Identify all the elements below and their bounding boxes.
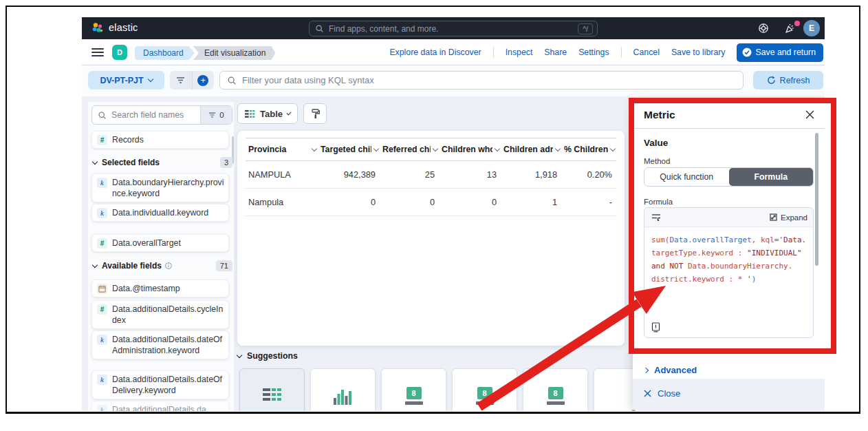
chart-type-label: Table xyxy=(260,109,283,119)
value-cell: 0 xyxy=(439,189,501,216)
space-badge[interactable]: D xyxy=(112,45,127,60)
formula-toolbar: Expand xyxy=(644,208,813,227)
formula-editor: Expand sum(Data.overallTarget, kql='Data… xyxy=(644,207,814,338)
metric-config-flyout: Metric Value Method Quick function Formu… xyxy=(633,102,825,411)
suggestion-metric[interactable]: 8 xyxy=(523,368,588,411)
field-filter-button[interactable]: 0 xyxy=(200,106,232,124)
expand-button[interactable]: Expand xyxy=(770,213,807,222)
share-link[interactable]: Share xyxy=(544,48,567,57)
sort-chevron-icon xyxy=(555,145,561,151)
add-filter-button[interactable]: + xyxy=(192,71,215,90)
number-field-icon: # xyxy=(97,304,107,315)
column-header[interactable]: Referred childr xyxy=(380,138,439,161)
field-item[interactable]: # Data.overallTarget xyxy=(91,234,229,252)
inspect-link[interactable]: Inspect xyxy=(506,48,533,57)
available-fields-header[interactable]: Available fields 71 xyxy=(93,260,232,271)
explore-data-link[interactable]: Explore data in Discover xyxy=(389,48,481,57)
suggestions-label: Suggestions xyxy=(247,351,298,361)
keyword-field-icon: k xyxy=(97,375,107,385)
province-cell[interactable]: Nampula xyxy=(246,189,318,216)
panel-scrollbar[interactable] xyxy=(631,410,636,411)
field-name: Data.additionalDetails.dateOfAdministrat… xyxy=(112,334,224,356)
close-icon[interactable] xyxy=(805,110,815,120)
formula-docs-icon[interactable] xyxy=(651,322,661,333)
flyout-title: Metric xyxy=(644,109,675,121)
notification-dot xyxy=(794,21,800,26)
global-search-input[interactable] xyxy=(329,24,578,34)
app-toolbar: D Dashboard Edit visualization Explore d… xyxy=(82,39,825,65)
keyword-field-icon: k xyxy=(97,178,107,188)
chart-type-switcher[interactable]: Table xyxy=(237,103,298,124)
field-item[interactable]: # Data.additionalDetails.cycleIndex xyxy=(91,300,229,329)
chevron-down-icon xyxy=(147,76,153,82)
chevron-down-icon xyxy=(92,159,98,165)
suggestion-bar-chart[interactable] xyxy=(310,368,376,411)
settings-link[interactable]: Settings xyxy=(578,48,609,57)
field-search-input[interactable] xyxy=(111,110,200,120)
field-item[interactable]: Data.@timestamp xyxy=(91,280,229,297)
advanced-label: Advanced xyxy=(654,365,697,375)
kql-input[interactable] xyxy=(242,75,736,85)
breadcrumb-dashboard[interactable]: Dashboard xyxy=(135,46,195,60)
quick-function-tab[interactable]: Quick function xyxy=(644,168,729,186)
global-search[interactable]: ^/ xyxy=(309,21,598,36)
refresh-button[interactable]: Refresh xyxy=(753,71,823,90)
kql-search-bar[interactable] xyxy=(219,71,744,90)
suggestion-table[interactable] xyxy=(239,368,305,411)
newsfeed-icon[interactable] xyxy=(784,23,795,34)
data-table: Provincia Targeted childı Referred child… xyxy=(246,138,616,216)
column-header[interactable]: Targeted childı xyxy=(318,138,380,161)
sort-chevron-icon xyxy=(312,145,317,151)
divider xyxy=(621,47,622,58)
filter-menu-button[interactable] xyxy=(170,71,192,90)
column-header[interactable]: Provincia xyxy=(246,138,318,161)
save-and-return-button[interactable]: Save and return xyxy=(737,43,823,62)
field-item[interactable]: k Data.additionalDetails.da xyxy=(91,401,229,411)
suggestions-toggle[interactable]: Suggestions xyxy=(237,351,298,361)
flyout-scrollbar[interactable] xyxy=(815,133,818,266)
column-header[interactable]: Children who r xyxy=(439,138,501,161)
table-chart-icon xyxy=(262,388,283,404)
province-cell[interactable]: NAMPULA xyxy=(246,161,318,189)
suggestion-metric[interactable]: 8 xyxy=(381,368,446,411)
formula-code[interactable]: sum(Data.overallTarget, kql='Data. targe… xyxy=(644,227,813,292)
info-icon[interactable] xyxy=(165,262,172,269)
column-header[interactable]: % Children adn xyxy=(561,138,616,161)
formula-tab[interactable]: Formula xyxy=(729,168,814,186)
save-to-library-link[interactable]: Save to library xyxy=(671,48,726,57)
chevron-down-icon xyxy=(237,353,242,358)
visual-options-button[interactable] xyxy=(303,103,327,124)
field-item[interactable]: k Data.additionalDetails.dateOfAdministr… xyxy=(91,330,229,359)
menu-icon[interactable] xyxy=(91,48,104,56)
deployment-icon[interactable] xyxy=(758,23,769,34)
field-list-sidebar: 0 # Records Selected fields 3 k Data.bou… xyxy=(88,102,234,411)
field-item[interactable]: k Data.boundaryHierarchy.province.keywor… xyxy=(91,174,229,202)
field-filter-count: 0 xyxy=(219,111,224,119)
field-search[interactable]: 0 xyxy=(91,105,232,125)
column-header[interactable]: Children admin xyxy=(501,138,561,161)
field-name: Data.overallTarget xyxy=(112,238,181,249)
advanced-toggle[interactable]: Advanced xyxy=(644,365,697,375)
close-flyout-button[interactable]: Close xyxy=(644,388,680,399)
global-header: elastic ^/ xyxy=(82,17,825,39)
records-field[interactable]: # Records xyxy=(91,131,229,149)
user-avatar[interactable]: E xyxy=(803,20,820,36)
field-name: Data.@timestamp xyxy=(112,283,180,294)
selected-fields-count: 3 xyxy=(220,157,232,168)
cancel-link[interactable]: Cancel xyxy=(633,48,660,57)
value-cell: - xyxy=(561,189,616,216)
data-view-picker[interactable]: DV-PT-PJT xyxy=(88,71,164,90)
method-label: Method xyxy=(644,157,670,165)
field-item[interactable]: k Data.additionalDetails.dateOfDelivery.… xyxy=(91,370,229,399)
value-cell: 0 xyxy=(318,189,380,216)
data-view-label: DV-PT-PJT xyxy=(100,76,143,85)
query-bar: DV-PT-PJT + Refre xyxy=(82,65,825,96)
keyword-field-icon: k xyxy=(97,335,107,345)
elastic-logo-icon[interactable] xyxy=(91,21,105,35)
field-item[interactable]: k Data.individualId.keyword xyxy=(91,204,229,222)
suggestion-metric[interactable]: 8 xyxy=(452,368,517,411)
selected-fields-header[interactable]: Selected fields 3 xyxy=(93,157,232,168)
word-wrap-icon[interactable] xyxy=(651,213,661,221)
breadcrumb-edit-visualization: Edit visualization xyxy=(193,46,275,60)
number-field-icon: # xyxy=(97,238,107,249)
